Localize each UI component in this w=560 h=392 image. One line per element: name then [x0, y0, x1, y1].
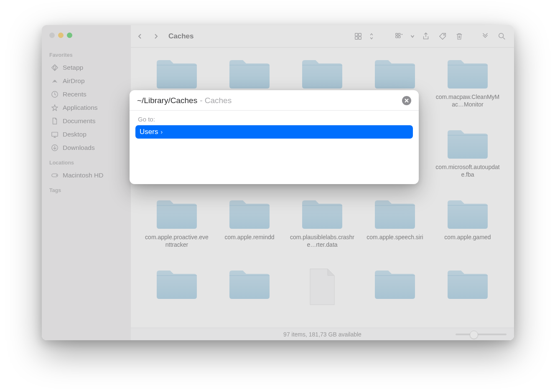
airdrop-icon — [51, 77, 59, 85]
folder-icon — [445, 197, 490, 231]
folder-item[interactable] — [361, 267, 428, 328]
file-item[interactable] — [289, 267, 356, 328]
folder-icon — [154, 57, 199, 91]
item-label: com.apple.gamed — [444, 234, 491, 241]
view-switcher-arrows[interactable] — [369, 30, 374, 43]
double-chevron-icon — [481, 32, 489, 40]
svg-rect-6 — [355, 33, 358, 35]
sidebar-item-label: Recents — [63, 91, 87, 98]
folder-item[interactable] — [434, 267, 501, 328]
sidebar-item-label: Downloads — [63, 144, 95, 152]
sidebar-heading-favorites: Favorites — [49, 52, 127, 58]
grid-icon — [354, 32, 362, 40]
search-icon — [498, 32, 506, 40]
sidebar-item-label: Setapp — [63, 64, 83, 71]
folder-item[interactable]: com.apple.gamed — [434, 197, 501, 260]
svg-rect-7 — [359, 33, 361, 35]
chevron-left-icon — [137, 33, 143, 39]
sidebar: Favorites Setapp AirDrop Recents Applica… — [42, 25, 131, 340]
document-icon — [51, 117, 59, 125]
group-button[interactable] — [393, 30, 405, 43]
zoom-slider[interactable] — [456, 334, 507, 335]
go-to-folder-dialog: ~/Library/Caches - Caches Go to: Users › — [130, 90, 419, 184]
forward-button[interactable] — [150, 30, 162, 42]
svg-point-15 — [499, 33, 504, 38]
sidebar-item-airdrop[interactable]: AirDrop — [48, 76, 127, 86]
item-label: com.plausiblelabs.crashre…rter.data — [289, 234, 355, 248]
share-button[interactable] — [420, 30, 432, 43]
folder-item[interactable]: com.apple.proactive.eventtracker — [143, 197, 210, 260]
updown-icon — [369, 32, 374, 40]
sidebar-item-documents[interactable]: Documents — [48, 116, 127, 126]
svg-rect-13 — [398, 36, 400, 38]
sidebar-heading-locations: Locations — [49, 160, 127, 166]
folder-icon — [154, 267, 199, 301]
sidebar-item-applications[interactable]: Applications — [48, 102, 127, 113]
sidebar-item-label: Desktop — [63, 131, 87, 138]
search-button[interactable] — [496, 30, 508, 43]
page-title: Caches — [168, 32, 193, 40]
svg-rect-10 — [396, 33, 398, 35]
folder-icon — [372, 57, 417, 91]
trash-button[interactable] — [453, 30, 466, 43]
folder-icon — [445, 57, 490, 91]
sidebar-item-label: Macintosh HD — [63, 172, 103, 179]
goto-result-item[interactable]: Users › — [135, 125, 413, 139]
folder-icon — [445, 267, 490, 301]
svg-point-5 — [56, 175, 57, 175]
more-button[interactable] — [479, 30, 491, 43]
trash-icon — [455, 32, 463, 40]
folder-item[interactable]: com.macpaw.CleanMyMac…Monitor — [434, 57, 501, 120]
status-text: 97 items, 181,73 GB available — [283, 331, 361, 338]
svg-point-14 — [443, 34, 444, 35]
tag-icon — [438, 32, 447, 40]
goto-body: Go to: Users › — [130, 111, 419, 184]
item-label: com.apple.speech.siri — [367, 234, 423, 241]
folder-item[interactable]: com.apple.speech.siri — [361, 197, 428, 260]
folder-icon — [445, 127, 490, 161]
item-label: com.microsoft.autoupdate.fba — [435, 164, 501, 178]
svg-rect-9 — [359, 36, 361, 39]
folder-icon — [227, 267, 272, 301]
tags-button[interactable] — [436, 30, 449, 43]
folder-item[interactable] — [216, 267, 283, 328]
goto-path-input[interactable]: ~/Library/Caches — [137, 96, 197, 105]
sidebar-item-macintosh-hd[interactable]: Macintosh HD — [48, 170, 127, 181]
downloads-icon — [51, 144, 59, 152]
folder-icon — [154, 197, 199, 231]
view-icons-button[interactable] — [352, 30, 364, 43]
sidebar-item-desktop[interactable]: Desktop — [48, 129, 127, 140]
svg-rect-12 — [396, 36, 398, 38]
group-icon — [395, 32, 403, 40]
folder-icon — [227, 57, 272, 91]
folder-item[interactable] — [143, 267, 210, 328]
sidebar-item-recents[interactable]: Recents — [48, 89, 127, 100]
desktop-icon — [51, 131, 59, 138]
group-menu-chevron[interactable] — [410, 30, 415, 43]
item-label: com.apple.proactive.eventtracker — [144, 234, 210, 248]
disk-icon — [51, 172, 59, 179]
close-window-button[interactable] — [49, 33, 55, 38]
file-icon — [306, 267, 339, 307]
sidebar-item-label: Applications — [63, 104, 98, 111]
diamond-icon — [51, 64, 59, 71]
folder-item[interactable]: com.apple.remindd — [216, 197, 283, 260]
chevron-right-icon — [153, 33, 159, 39]
back-button[interactable] — [134, 30, 146, 42]
sidebar-item-label: AirDrop — [63, 77, 85, 85]
toolbar: Caches — [131, 25, 514, 48]
folder-icon — [372, 267, 417, 301]
minimize-window-button[interactable] — [58, 33, 64, 38]
maximize-window-button[interactable] — [67, 33, 72, 38]
goto-close-button[interactable] — [402, 96, 411, 105]
goto-header: ~/Library/Caches - Caches — [130, 90, 419, 111]
sidebar-heading-tags: Tags — [49, 187, 127, 193]
folder-item[interactable]: com.plausiblelabs.crashre…rter.data — [289, 197, 356, 260]
folder-icon — [372, 197, 417, 231]
folder-item[interactable]: com.microsoft.autoupdate.fba — [434, 127, 501, 190]
sidebar-item-downloads[interactable]: Downloads — [48, 142, 127, 153]
folder-icon — [227, 197, 272, 231]
sidebar-item-setapp[interactable]: Setapp — [48, 62, 127, 73]
folder-icon — [300, 57, 345, 91]
folder-grid: com.macpaw.CleanMyMac…Monitor com.micros… — [131, 48, 514, 328]
